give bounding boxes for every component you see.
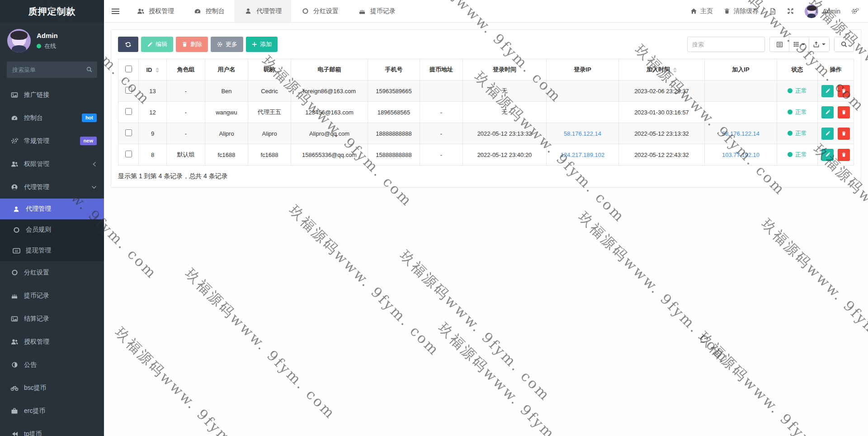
sidebar-item-general[interactable]: 常规管理 new <box>0 129 104 152</box>
row-checkbox[interactable] <box>125 87 132 94</box>
sidebar-item-erc-withdraw[interactable]: erc提币 <box>0 399 104 422</box>
col-id[interactable]: ID <box>139 59 167 81</box>
sidebar-item-agents[interactable]: 代理管理 <box>0 199 104 219</box>
col-login-time[interactable]: 登录时间 <box>463 59 547 81</box>
sidebar-item-member-rules[interactable]: 会员规则 <box>0 219 104 240</box>
tab-dashboard[interactable]: 控制台 <box>184 0 234 22</box>
sidebar-item-auth-mgmt[interactable]: 授权管理 <box>0 330 104 353</box>
sidebar-item-settlement[interactable]: 结算记录 <box>0 307 104 330</box>
cell-login-ip[interactable]: 124.217.189.102 <box>547 144 619 166</box>
row-delete-button[interactable] <box>838 85 850 97</box>
table-row[interactable]: 13 - Ben Cedric foreign86@163.com 159635… <box>118 81 854 102</box>
col-status[interactable]: 状态 <box>777 59 818 81</box>
columns-button[interactable] <box>789 37 809 52</box>
cell-login-ip <box>547 81 619 102</box>
online-dot-icon <box>37 44 41 48</box>
sidebar-toggle-button[interactable] <box>104 0 127 22</box>
table-search-input[interactable] <box>687 37 765 52</box>
col-username[interactable]: 用户名 <box>205 59 248 81</box>
col-nickname[interactable]: 昵称 <box>248 59 291 81</box>
row-checkbox[interactable] <box>125 108 132 115</box>
row-edit-button[interactable] <box>821 149 834 161</box>
cell-phone: 15963589665 <box>368 81 420 102</box>
sidebar-item-withdraw-mgmt[interactable]: cc 提现管理 <box>0 240 104 261</box>
col-join-time[interactable]: 加入时间 <box>619 59 705 81</box>
sidebar-item-agents-parent[interactable]: 代理管理 <box>0 175 104 199</box>
col-group[interactable]: 角色组 <box>167 59 205 81</box>
export-button[interactable] <box>809 37 830 52</box>
col-login-ip[interactable]: 登录IP <box>547 59 619 81</box>
row-delete-button[interactable] <box>838 149 850 161</box>
admin-menu[interactable]: Admin <box>805 5 840 18</box>
tab-coin-records[interactable]: 提币记录 <box>348 0 405 22</box>
cell-join-ip[interactable]: 58.176.122.14 <box>705 123 777 144</box>
sidebar-item-announcement[interactable]: 公告 <box>0 353 104 376</box>
plus-icon <box>252 42 257 47</box>
more-label: 更多 <box>226 40 237 48</box>
add-label: 添加 <box>260 40 272 48</box>
sidebar-item-label: 推广链接 <box>24 91 49 99</box>
fullscreen-icon[interactable] <box>787 8 794 14</box>
tab-agents[interactable]: 代理管理 <box>234 0 291 22</box>
cell-join-ip[interactable]: 103.77.192.10 <box>705 144 777 166</box>
table-row[interactable]: 8 默认组 fc1688 fc1688 158655336@qq.com 158… <box>118 144 854 166</box>
row-checkbox[interactable] <box>125 129 132 136</box>
col-phone[interactable]: 手机号 <box>368 59 420 81</box>
sidebar-item-tp-withdraw[interactable]: tp提币 <box>0 422 104 436</box>
cell-address <box>420 81 463 102</box>
refresh-button[interactable] <box>118 37 138 52</box>
sidebar-item-bsc-withdraw[interactable]: bsc提币 <box>0 376 104 399</box>
sidebar-item-dashboard[interactable]: 控制台 hot <box>0 106 104 129</box>
row-delete-button[interactable] <box>838 106 850 118</box>
search-icon <box>86 66 93 73</box>
cell-actions <box>818 123 854 144</box>
cell-email: 158655336@qq.com <box>291 144 368 166</box>
row-checkbox[interactable] <box>125 151 132 157</box>
user-info: Admin 在线 <box>37 32 58 50</box>
cell-login-ip[interactable]: 58.176.122.14 <box>547 123 619 144</box>
row-edit-button[interactable] <box>821 85 834 97</box>
clear-cache-link[interactable]: 清除缓存 <box>724 7 759 15</box>
col-join-ip[interactable]: 加入IP <box>705 59 777 81</box>
edit-button[interactable]: 编辑 <box>141 37 173 52</box>
status-dot-icon <box>788 109 793 114</box>
more-button[interactable]: 更多 <box>211 37 243 52</box>
dashboard-icon <box>193 8 202 15</box>
user-panel: Admin 在线 <box>0 23 104 58</box>
row-delete-button[interactable] <box>838 128 850 140</box>
add-button[interactable]: 添加 <box>246 37 278 52</box>
tab-label: 代理管理 <box>256 7 282 15</box>
table-row[interactable]: 9 - Alipro Alipro Alipro@qq.com 18888888… <box>118 123 854 144</box>
sidebar-item-permissions[interactable]: 权限管理 <box>0 152 104 175</box>
sidebar-menu: 推广链接 控制台 hot 常规管理 new 权限管理 代理管理 <box>0 83 104 436</box>
search-toggle-button[interactable] <box>834 37 854 52</box>
delete-button[interactable]: 删除 <box>176 37 208 52</box>
col-address[interactable]: 提币地址 <box>420 59 463 81</box>
content-area: 编辑 删除 更多 添加 <box>104 23 868 436</box>
row-edit-button[interactable] <box>821 106 834 118</box>
sidebar: 质押定制款 Admin 在线 推广链接 <box>0 0 104 436</box>
menu-search-input[interactable] <box>7 62 97 78</box>
status-dot-icon <box>788 152 793 157</box>
table-row[interactable]: 12 - wangwu 代理王五 123456@163.com 18965685… <box>118 102 854 123</box>
bicycle-icon <box>10 384 19 391</box>
home-link[interactable]: 主页 <box>690 7 713 15</box>
col-email[interactable]: 电子邮箱 <box>291 59 368 81</box>
sidebar-item-dividend[interactable]: 分红设置 <box>0 261 104 284</box>
tab-dividend[interactable]: 分红设置 <box>291 0 348 22</box>
sidebar-item-label: 常规管理 <box>24 137 49 145</box>
tab-auth-mgmt[interactable]: 授权管理 <box>127 0 184 22</box>
sidebar-item-coin-records[interactable]: 提币记录 <box>0 284 104 307</box>
sidebar-item-promo-link[interactable]: 推广链接 <box>0 83 104 106</box>
cell-id: 8 <box>139 144 167 166</box>
users-icon <box>136 8 145 15</box>
cell-id: 13 <box>139 81 167 102</box>
cell-status: 正常 <box>777 123 818 144</box>
paging-toggle-button[interactable] <box>769 37 789 52</box>
row-edit-button[interactable] <box>821 128 834 140</box>
sidebar-item-label: bsc提币 <box>24 384 47 392</box>
select-all-checkbox[interactable] <box>125 66 132 72</box>
cogs-icon[interactable] <box>851 8 859 14</box>
cell-username: Alipro <box>205 123 248 144</box>
document-icon[interactable] <box>769 8 776 15</box>
